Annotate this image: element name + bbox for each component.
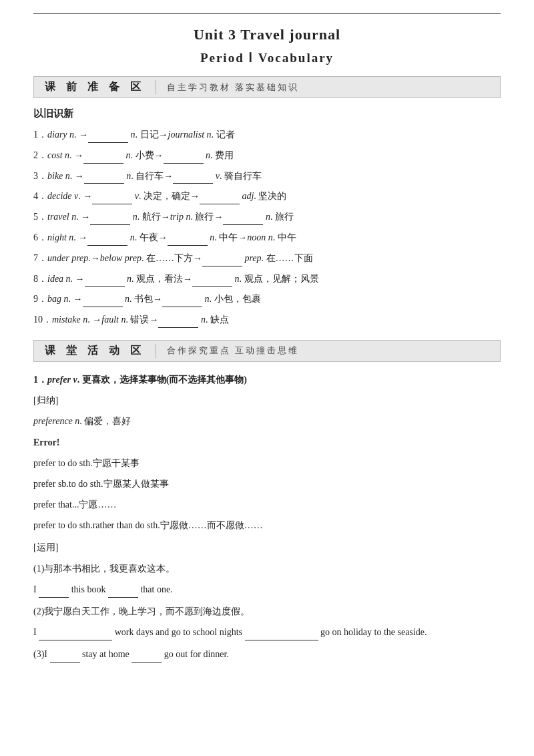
vocab-item-9: 9．bag n. → n. 书包→ n. 小包，包裹 bbox=[33, 291, 501, 307]
yunyon-label: [运用] bbox=[33, 539, 501, 556]
banner1-left: 课 前 准 备 区 bbox=[45, 80, 156, 94]
section-heading-yijiu: 以旧识新 bbox=[33, 108, 501, 120]
error-label: Error! bbox=[33, 434, 501, 451]
vocab-item-2: 2．cost n. → n. 小费→ n. 费用 bbox=[33, 148, 501, 164]
banner-classroom: 课 堂 活 动 区 合作探究重点 互动撞击思维 bbox=[33, 340, 501, 362]
exercise2-cn: (2)我宁愿白天工作，晚上学习，而不愿到海边度假。 bbox=[33, 603, 501, 620]
preference-line: preference n. 偏爱，喜好 bbox=[33, 413, 501, 429]
vocab-item-1: 1．diary n. → n. 日记→journalist n. 记者 bbox=[33, 127, 501, 143]
prefer-heading: 1．prefer v. 更喜欢，选择某事物(而不选择其他事物) bbox=[33, 371, 501, 388]
exercise1-en: I this book that one. bbox=[33, 581, 501, 598]
top-line bbox=[33, 13, 501, 14]
exercise1-cn: (1)与那本书相比，我更喜欢这本。 bbox=[33, 560, 501, 577]
banner-preparation: 课 前 准 备 区 自主学习教材 落实基础知识 bbox=[33, 76, 501, 98]
vocab-list: 1．diary n. → n. 日记→journalist n. 记者 2．co… bbox=[33, 127, 501, 328]
exercise2-en: I work days and go to school nights go o… bbox=[33, 624, 501, 640]
phrase-1: prefer to do sth.宁愿干某事 bbox=[33, 455, 501, 471]
vocab-item-10: 10．mistake n. →fault n. 错误→ n. 缺点 bbox=[33, 312, 501, 328]
vocab-item-6: 6．night n. → n. 午夜→ n. 中午→noon n. 中午 bbox=[33, 230, 501, 246]
guina-label: [归纳] bbox=[33, 392, 501, 409]
classroom-section: 1．prefer v. 更喜欢，选择某事物(而不选择其他事物) [归纳] pre… bbox=[33, 371, 501, 663]
exercise3-en: (3)I stay at home go out for dinner. bbox=[33, 646, 501, 663]
vocab-item-7: 7．under prep.→below prep. 在……下方→ prep. 在… bbox=[33, 250, 501, 266]
banner1-right: 自主学习教材 落实基础知识 bbox=[167, 81, 299, 93]
vocab-item-3: 3．bike n. → n. 自行车→ v. 骑自行车 bbox=[33, 168, 501, 184]
vocab-item-4: 4．decide v. → v. 决定，确定→ adj. 坚决的 bbox=[33, 188, 501, 204]
phrase-2: prefer sb.to do sth.宁愿某人做某事 bbox=[33, 476, 501, 492]
banner2-right: 合作探究重点 互动撞击思维 bbox=[167, 345, 299, 357]
phrase-4: prefer to do sth.rather than do sth.宁愿做…… bbox=[33, 517, 501, 534]
banner2-left: 课 堂 活 动 区 bbox=[45, 344, 156, 358]
phrase-3: prefer that...宁愿…… bbox=[33, 496, 501, 513]
sub-title: Period Ⅰ Vocabulary bbox=[33, 50, 501, 65]
vocab-item-8: 8．idea n. → n. 观点，看法→ n. 观点，见解；风景 bbox=[33, 271, 501, 287]
main-title: Unit 3 Travel journal bbox=[33, 26, 501, 43]
vocab-item-5: 5．travel n. → n. 航行→trip n. 旅行→ n. 旅行 bbox=[33, 209, 501, 225]
